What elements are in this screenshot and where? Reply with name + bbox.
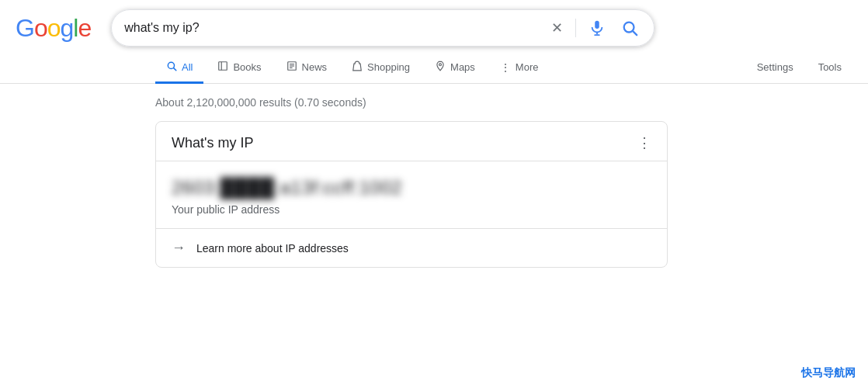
divider: [575, 19, 576, 37]
tab-books[interactable]: Books: [207, 53, 272, 84]
card-ip-section: 2603:████:a13f:ccff:1002 Your public IP …: [156, 161, 667, 228]
tab-settings[interactable]: Settings: [746, 54, 804, 83]
tab-shopping[interactable]: Shopping: [341, 53, 421, 84]
ip-label: Your public IP address: [172, 203, 651, 216]
tab-more[interactable]: ⋮ More: [489, 54, 550, 84]
news-icon: [286, 61, 297, 74]
card-title: What's my IP: [172, 135, 253, 151]
clear-button[interactable]: ✕: [548, 16, 566, 40]
tab-maps[interactable]: Maps: [424, 53, 486, 84]
watermark: 快马导航网: [801, 366, 856, 380]
nav-right: Settings Tools: [746, 54, 868, 82]
header: Google what's my ip? ✕: [0, 0, 868, 47]
learn-more-row[interactable]: → Learn more about IP addresses: [156, 228, 667, 267]
search-icons: ✕: [548, 16, 641, 40]
result-stats: About 2,120,000,000 results (0.70 second…: [155, 92, 868, 118]
arrow-icon: →: [172, 240, 186, 256]
books-icon: [217, 61, 228, 74]
shopping-icon: [352, 61, 363, 74]
tab-tools[interactable]: Tools: [807, 54, 852, 83]
card-header: What's my IP ⋮: [156, 122, 667, 161]
svg-rect-7: [219, 62, 227, 71]
nav-tabs: All Books News Shopping: [0, 47, 868, 84]
svg-line-4: [633, 31, 637, 35]
mic-button[interactable]: [585, 16, 609, 40]
mic-icon: [589, 19, 606, 36]
learn-more-text: Learn more about IP addresses: [196, 242, 349, 255]
svg-point-13: [439, 64, 442, 66]
more-icon: ⋮: [500, 61, 511, 74]
svg-rect-0: [595, 21, 599, 29]
maps-icon: [435, 61, 446, 74]
search-button[interactable]: [618, 16, 641, 40]
tab-news[interactable]: News: [276, 53, 339, 84]
svg-rect-2: [595, 34, 600, 36]
svg-rect-1: [596, 33, 598, 35]
all-icon: [166, 61, 177, 74]
search-bar: what's my ip? ✕: [111, 9, 654, 47]
svg-line-6: [174, 68, 176, 71]
search-input[interactable]: what's my ip?: [124, 21, 548, 35]
featured-snippet-card: What's my IP ⋮ 2603:████:a13f:ccff:1002 …: [155, 121, 668, 268]
tab-all[interactable]: All: [155, 53, 203, 84]
clear-icon: ✕: [551, 19, 563, 36]
google-logo: Google: [16, 14, 91, 43]
search-icon: [621, 19, 638, 36]
ip-address: 2603:████:a13f:ccff:1002: [172, 177, 651, 199]
results-area: About 2,120,000,000 results (0.70 second…: [0, 84, 868, 268]
card-menu-icon[interactable]: ⋮: [637, 134, 651, 151]
